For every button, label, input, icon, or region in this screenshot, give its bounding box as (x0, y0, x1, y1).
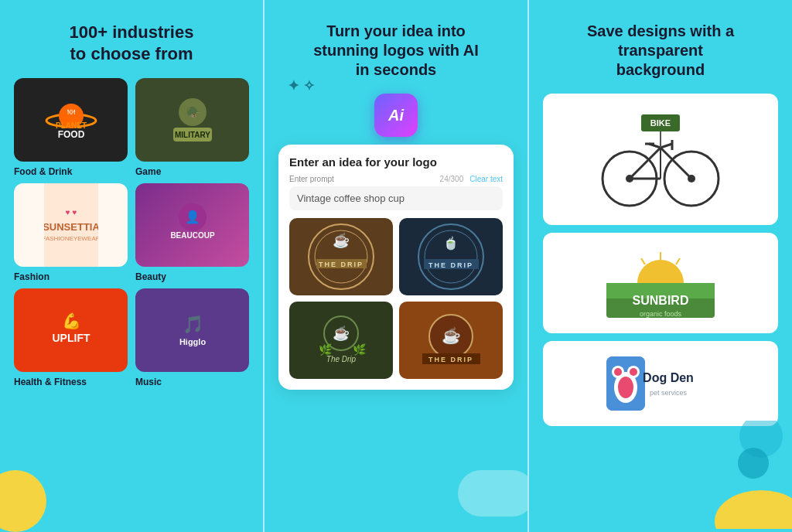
row3-labels: Health & Fitness Music (14, 377, 249, 387)
fashion-label: Fashion (14, 271, 128, 282)
svg-text:FOOD: FOOD (57, 129, 84, 140)
health-fitness-label: Health & Fitness (14, 377, 128, 387)
logo-row-2: ♥ ♥ SUNSETTIA FASHIONEYEWEAR 👤 BEAUCOUP (14, 183, 249, 267)
svg-text:MILITARY: MILITARY (174, 131, 210, 139)
ai-icon: Ai (374, 94, 418, 137)
prompt-card: Enter an idea for your logo Enter prompt… (278, 145, 514, 390)
svg-text:☕: ☕ (441, 326, 460, 345)
deco-marks: ✦ ✧ (288, 77, 315, 94)
svg-text:UPLIFT: UPLIFT (52, 332, 90, 344)
logo-uplift[interactable]: 💪 UPLIFT (14, 288, 128, 372)
svg-text:The Drip: The Drip (326, 355, 356, 363)
svg-text:☕: ☕ (333, 232, 350, 249)
panel-left: 100+ industriesto choose from 🍽 PLANET F… (0, 0, 263, 532)
svg-text:🪖: 🪖 (186, 106, 200, 119)
panel-right: Save designs with atransparentbackground… (529, 0, 792, 532)
svg-text:SUNBIRD: SUNBIRD (633, 294, 689, 307)
svg-text:FASHIONEYEWEAR: FASHIONEYEWEAR (44, 235, 98, 242)
svg-text:🎵: 🎵 (182, 314, 203, 335)
svg-text:BEAUCOUP: BEAUCOUP (170, 231, 215, 240)
deco-blob-bottom-right (715, 483, 792, 532)
prompt-count: 24/300 (440, 175, 464, 183)
svg-point-70 (614, 368, 622, 376)
svg-text:SUNSETTIA: SUNSETTIA (44, 221, 98, 233)
deco-blob-white (458, 470, 529, 517)
svg-text:organic foods: organic foods (640, 310, 682, 318)
svg-text:👤: 👤 (185, 210, 200, 224)
prompt-label: Enter prompt (289, 175, 334, 183)
svg-text:BIKE: BIKE (650, 118, 671, 128)
panel-right-title: Save designs with atransparentbackground (587, 22, 734, 80)
row2-labels: Fashion Beauty (14, 271, 249, 282)
prompt-label-row: Enter prompt 24/300 Clear text (289, 175, 503, 183)
result-logo-1[interactable]: ☕ THE DRIP (289, 218, 393, 295)
result-logo-4[interactable]: ☕ THE DRIP (399, 302, 503, 379)
logo-row-1: 🍽 PLANET FOOD 🪖 MILITARY (14, 78, 249, 162)
svg-text:🍽: 🍽 (67, 107, 75, 116)
row1-labels: Food & Drink Game (14, 166, 249, 177)
logo-beaucoup[interactable]: 👤 BEAUCOUP (135, 183, 249, 267)
music-label: Music (135, 377, 249, 387)
svg-text:☕: ☕ (333, 325, 350, 342)
svg-text:pet services: pet services (650, 389, 688, 397)
prompt-card-title: Enter an idea for your logo (289, 155, 503, 169)
svg-point-72 (618, 377, 633, 398)
svg-point-71 (630, 368, 637, 376)
panel-left-title: 100+ industriesto choose from (70, 22, 194, 64)
clear-text[interactable]: Clear text (469, 175, 503, 183)
svg-text:Higglo: Higglo (179, 337, 205, 346)
svg-text:THE DRIP: THE DRIP (428, 261, 473, 269)
result-logo-2[interactable]: 🍵 THE DRIP (399, 218, 503, 295)
logo-higglo[interactable]: 🎵 Higglo (135, 288, 249, 372)
svg-text:THE DRIP: THE DRIP (428, 356, 473, 363)
panel-mid: Turn your idea intostunning logos with A… (263, 0, 529, 532)
svg-text:♥ ♥: ♥ ♥ (65, 208, 77, 217)
svg-text:THE DRIP: THE DRIP (318, 261, 363, 268)
svg-point-76 (738, 448, 769, 479)
deco-circles (738, 421, 784, 486)
logo-results-grid: ☕ THE DRIP 🍵 THE DRIP (289, 218, 503, 379)
game-label: Game (135, 166, 249, 177)
svg-point-77 (715, 490, 792, 529)
logo-row-3: 💪 UPLIFT 🎵 Higglo (14, 288, 249, 372)
logo-sunsettia[interactable]: ♥ ♥ SUNSETTIA FASHIONEYEWEAR (14, 183, 128, 267)
ai-icon-wrap: Ai (374, 94, 418, 137)
deco-blob-yellow (0, 470, 46, 532)
right-logo-bike[interactable]: BIKE (543, 94, 778, 225)
panel-mid-title: Turn your idea intostunning logos with A… (313, 22, 479, 80)
food-drink-label: Food & Drink (14, 166, 128, 177)
svg-text:🍵: 🍵 (443, 236, 459, 251)
right-logo-dog-den[interactable]: Dog Den pet services (543, 341, 778, 426)
logo-military[interactable]: 🪖 MILITARY (135, 78, 249, 162)
svg-text:💪: 💪 (61, 312, 80, 330)
result-logo-3[interactable]: ☕ 🌿 🌿 The Drip (289, 302, 393, 379)
svg-text:Dog Den: Dog Den (643, 371, 694, 384)
beauty-label: Beauty (135, 271, 249, 282)
prompt-input[interactable]: Vintage coffee shop cup (289, 186, 503, 210)
right-logo-sunbird[interactable]: SUNBIRD organic foods (543, 233, 778, 333)
svg-point-24 (418, 224, 483, 289)
logo-planet-food[interactable]: 🍽 PLANET FOOD (14, 78, 128, 162)
